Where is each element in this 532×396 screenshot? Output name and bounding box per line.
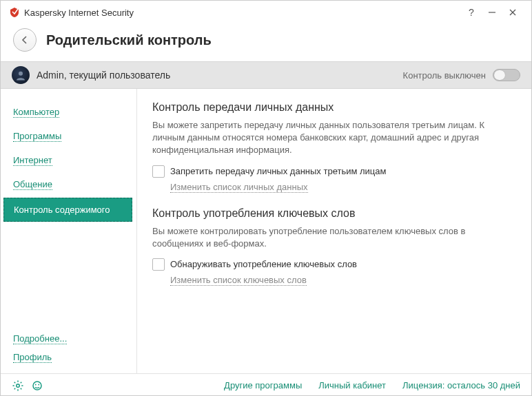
link-label: Изменить список личных данных: [170, 182, 308, 193]
svg-point-6: [35, 384, 37, 385]
sidebar-item-label: Компьютер: [13, 107, 59, 118]
page-header: Родительский контроль: [1, 24, 531, 61]
sidebar-item-content-control[interactable]: Контроль содержимого: [3, 198, 132, 222]
sidebar-item-label: Интернет: [13, 155, 52, 166]
sidebar-more-link[interactable]: Подробнее...: [1, 329, 136, 348]
svg-point-3: [19, 72, 23, 76]
checkbox-label: Запретить передачу личных данных третьим…: [170, 166, 386, 176]
back-button[interactable]: [13, 28, 37, 52]
footer: Другие программы Личный кабинет Лицензия…: [1, 373, 531, 396]
sidebar-item-internet[interactable]: Интернет: [1, 148, 136, 172]
user-avatar-icon: [12, 66, 30, 84]
sidebar-item-communication[interactable]: Общение: [1, 172, 136, 196]
checkbox-row-block-personal: Запретить передачу личных данных третьим…: [152, 165, 516, 178]
checkbox-block-personal[interactable]: [152, 165, 165, 178]
sidebar-link-label: Подробнее...: [13, 333, 67, 344]
footer-account[interactable]: Личный кабинет: [318, 380, 386, 390]
checkbox-label: Обнаруживать употребление ключевых слов: [170, 259, 357, 269]
sidebar-item-computer[interactable]: Компьютер: [1, 100, 136, 124]
sidebar-link-label: Профиль: [13, 352, 52, 363]
app-title: Kaspersky Internet Security: [20, 8, 461, 18]
edit-keywords-list-link[interactable]: Изменить список ключевых слов: [170, 275, 516, 285]
sidebar-item-label: Программы: [13, 131, 61, 142]
link-label: Изменить список ключевых слов: [170, 275, 307, 286]
content-pane: Контроль передачи личных данных Вы может…: [137, 89, 531, 373]
toggle-knob: [494, 70, 505, 80]
section-desc-personal-data: Вы можете запретить передачу личных данн…: [152, 119, 516, 157]
sidebar-item-label: Контроль содержимого: [14, 205, 110, 215]
sidebar-item-programs[interactable]: Программы: [1, 124, 136, 148]
svg-point-5: [33, 382, 41, 390]
close-button[interactable]: [502, 3, 523, 22]
settings-icon[interactable]: [12, 379, 24, 392]
svg-point-4: [17, 384, 20, 387]
kaspersky-logo-icon: [9, 7, 20, 18]
checkbox-detect-keywords[interactable]: [152, 258, 165, 271]
control-toggle[interactable]: [493, 69, 520, 81]
section-heading-personal-data: Контроль передачи личных данных: [152, 101, 516, 114]
edit-personal-list-link[interactable]: Изменить список личных данных: [170, 182, 516, 192]
sidebar-item-label: Общение: [13, 179, 52, 190]
page-title: Родительский контроль: [46, 32, 212, 48]
sidebar-profile-link[interactable]: Профиль: [1, 348, 136, 366]
control-state-label: Контроль выключен: [403, 70, 486, 81]
help-button[interactable]: ?: [461, 3, 482, 22]
main-body: Компьютер Программы Интернет Общение Кон…: [1, 89, 531, 373]
user-bar: Admin, текущий пользователь Контроль вык…: [1, 61, 531, 89]
user-name: Admin, текущий пользователь: [37, 70, 403, 81]
section-heading-keywords: Контроль употребления ключевых слов: [152, 207, 516, 220]
footer-other-programs[interactable]: Другие программы: [224, 380, 302, 390]
section-desc-keywords: Вы можете контролировать употребление по…: [152, 225, 516, 250]
minimize-button[interactable]: [482, 3, 502, 22]
sidebar: Компьютер Программы Интернет Общение Кон…: [1, 89, 137, 373]
footer-license[interactable]: Лицензия: осталось 30 дней: [402, 380, 520, 390]
titlebar: Kaspersky Internet Security ?: [1, 1, 531, 24]
support-icon[interactable]: [31, 379, 43, 392]
svg-point-7: [38, 384, 39, 385]
checkbox-row-detect-keywords: Обнаруживать употребление ключевых слов: [152, 258, 516, 271]
